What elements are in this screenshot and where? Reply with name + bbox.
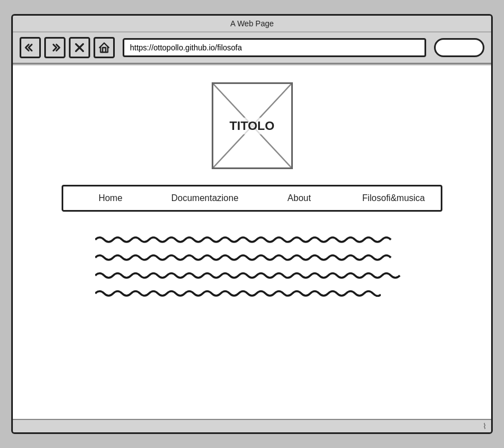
nav-item-home[interactable]: Home: [63, 186, 158, 210]
title-bar: A Web Page: [13, 16, 491, 32]
page-title: A Web Page: [230, 19, 274, 28]
resize-handle-icon: ⌇: [483, 422, 487, 431]
search-input[interactable]: [434, 38, 484, 57]
text-content: [95, 232, 409, 298]
forward-button[interactable]: [44, 37, 66, 58]
toolbar: 🔍: [13, 32, 491, 64]
logo-text: TITOLO: [226, 118, 278, 134]
back-button[interactable]: [20, 37, 41, 58]
nav-item-filosofi-musica[interactable]: Filosofi&musica: [347, 186, 441, 210]
squiggly-line-1: [95, 233, 392, 243]
logo-placeholder: TITOLO: [212, 82, 293, 169]
address-bar-container: [123, 38, 426, 57]
squiggly-line-4: [95, 287, 381, 297]
home-button[interactable]: [94, 37, 115, 58]
text-line: [95, 268, 409, 280]
status-bar: ⌇: [13, 419, 491, 432]
squiggly-line-2: [95, 251, 392, 261]
nav-bar: Home Documentazione About Filosofi&music…: [62, 185, 442, 212]
forward-icon: [49, 41, 61, 54]
squiggly-line-3: [95, 269, 400, 279]
page-content: TITOLO Home Documentazione About Filosof…: [13, 64, 491, 419]
text-line: [95, 232, 409, 244]
nav-item-documentazione[interactable]: Documentazione: [158, 186, 253, 210]
text-line: [95, 286, 409, 298]
home-icon: [98, 41, 110, 54]
stop-button[interactable]: [69, 37, 90, 58]
nav-item-about[interactable]: About: [252, 186, 347, 210]
search-wrapper: 🔍: [434, 38, 484, 57]
stop-icon: [73, 41, 86, 54]
text-line: [95, 250, 409, 262]
browser-window: A Web Page: [11, 14, 493, 434]
address-input[interactable]: [123, 38, 426, 57]
back-icon: [24, 41, 36, 54]
